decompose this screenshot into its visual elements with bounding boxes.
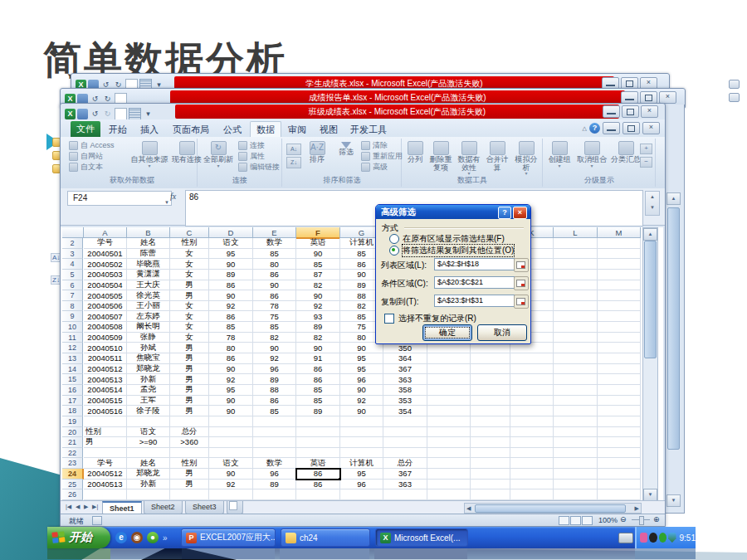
range-input[interactable]: $A$2:$H$18	[434, 258, 515, 270]
cell-B23[interactable]: 姓名	[127, 458, 169, 468]
ribbon-button-分类汇总[interactable]: 分类汇总	[610, 140, 642, 176]
cell-D11[interactable]: 78	[209, 333, 252, 343]
row-header-16[interactable]: 16	[62, 385, 83, 396]
cell-C4[interactable]: 女	[170, 259, 208, 269]
ribbon-tab-数据[interactable]: 数据	[250, 121, 281, 138]
col-header-F[interactable]: F	[296, 227, 340, 239]
taskbar-button-ch24[interactable]: ch24	[281, 528, 370, 547]
row-header-3[interactable]: 3	[62, 249, 83, 260]
radio-icon[interactable]	[389, 234, 399, 244]
cell-F13[interactable]: 91	[296, 353, 339, 363]
row-header-8[interactable]: 8	[62, 301, 83, 312]
cell-G13[interactable]: 95	[340, 353, 383, 363]
scroll-down-icon[interactable]: ▼	[643, 489, 657, 501]
cell-H12[interactable]: 350	[383, 343, 427, 353]
cell-A2[interactable]: 学号	[84, 238, 126, 248]
active-cell-border[interactable]	[295, 468, 341, 480]
cell-A11[interactable]: 20040509	[84, 333, 126, 343]
cell-C15[interactable]: 男	[170, 374, 208, 384]
close-button[interactable]: ×	[642, 122, 660, 134]
ribbon-button-取消组合[interactable]: 取消组合▾	[575, 140, 608, 176]
cell-A16[interactable]: 20040514	[84, 385, 126, 395]
cell-B7[interactable]: 徐光英	[127, 290, 169, 300]
last-sheet-icon[interactable]: ▶|	[92, 504, 98, 510]
cell-E24[interactable]: 96	[253, 469, 295, 479]
cell-C16[interactable]: 男	[170, 385, 208, 395]
sheet-tab-Sheet3[interactable]: Sheet3	[185, 501, 224, 514]
cell-B3[interactable]: 陈蕾	[127, 249, 169, 259]
quick-launch-overflow-icon[interactable]: »	[163, 533, 168, 543]
cell-B8[interactable]: 王小丽	[127, 301, 169, 311]
ribbon-button-编辑链接[interactable]: 编辑链接	[238, 162, 280, 172]
first-sheet-icon[interactable]: |◀	[66, 504, 71, 510]
cell-B14[interactable]: 郑晓龙	[127, 364, 169, 374]
cell-C24[interactable]: 男	[170, 469, 208, 479]
cell-F6[interactable]: 82	[296, 280, 339, 290]
ribbon-button-自其他来源[interactable]: 自其他来源▾	[130, 140, 168, 176]
scroll-left-icon[interactable]: ◀	[466, 505, 471, 512]
scroll-up-icon[interactable]: ▲	[666, 192, 681, 205]
ribbon-button-重新应用[interactable]: 重新应用	[361, 151, 403, 161]
name-box-dropdown-icon[interactable]: ▼	[164, 196, 169, 209]
cell-H18[interactable]: 354	[383, 406, 427, 416]
cell-H15[interactable]: 363	[383, 374, 427, 384]
cell-E5[interactable]: 86	[253, 270, 295, 280]
cell-D17[interactable]: 90	[209, 396, 252, 406]
cell-E9[interactable]: 75	[253, 311, 295, 321]
restore-button[interactable]	[622, 122, 640, 134]
cell-C14[interactable]: 男	[170, 364, 208, 374]
cell-D9[interactable]: 86	[209, 311, 252, 321]
cell-B13[interactable]: 焦晓宝	[127, 353, 169, 363]
cell-D25[interactable]: 92	[209, 480, 252, 489]
cell-E8[interactable]: 78	[253, 301, 295, 311]
cell-C2[interactable]: 性别	[170, 238, 208, 248]
minimize-button[interactable]	[603, 122, 620, 134]
col-header-M[interactable]: M	[598, 227, 641, 238]
cell-H25[interactable]: 363	[383, 480, 427, 489]
cell-A5[interactable]: 20040503	[84, 270, 126, 280]
cell-A3[interactable]: 20040501	[84, 249, 126, 259]
cell-B25[interactable]: 孙新	[127, 480, 169, 489]
page-break-view-icon[interactable]	[582, 516, 593, 525]
row-header-23[interactable]: 23	[62, 458, 83, 469]
row-header-22[interactable]: 22	[62, 448, 83, 459]
keyboard-tray-icon[interactable]	[618, 533, 633, 543]
cell-G15[interactable]: 96	[340, 374, 383, 384]
internet-explorer-icon[interactable]: e	[115, 532, 127, 543]
row-header-14[interactable]: 14	[62, 364, 83, 375]
ribbon-button-删除重复项[interactable]: 删除重复项	[427, 140, 454, 176]
dialog-close-icon[interactable]: ×	[513, 207, 527, 219]
cell-E18[interactable]: 85	[253, 406, 295, 416]
cell-D10[interactable]: 85	[209, 322, 252, 332]
cell-E23[interactable]: 数学	[253, 458, 295, 468]
scrollbar-thumb[interactable]	[667, 207, 680, 450]
ribbon-button-分列[interactable]: 分列	[404, 140, 426, 176]
name-box[interactable]: F24▼	[67, 191, 172, 206]
row-header-13[interactable]: 13	[62, 353, 83, 364]
cell-A9[interactable]: 20040507	[84, 311, 126, 321]
row-header-15[interactable]: 15	[62, 374, 83, 385]
ribbon-button-筛选[interactable]: 筛选	[333, 140, 359, 176]
cell-D14[interactable]: 90	[209, 364, 252, 374]
cell-D7[interactable]: 90	[209, 290, 252, 300]
cell-D8[interactable]: 92	[209, 301, 252, 311]
restore-button[interactable]	[640, 91, 657, 104]
scrollbar-thumb[interactable]	[475, 504, 626, 513]
cancel-button[interactable]: 取消	[477, 324, 527, 341]
cell-E15[interactable]: 89	[253, 374, 295, 384]
cell-D24[interactable]: 90	[209, 469, 252, 479]
cell-G14[interactable]: 95	[340, 364, 383, 374]
cell-F5[interactable]: 87	[296, 270, 339, 280]
cell-A24[interactable]: 20040512	[84, 469, 126, 479]
cell-H13[interactable]: 364	[383, 353, 427, 363]
zoom-out-icon[interactable]: ⊖	[620, 515, 627, 523]
cell-F7[interactable]: 90	[296, 290, 339, 300]
ribbon-button-模拟分析[interactable]: 模拟分析▾	[512, 140, 540, 176]
zoom-in-icon[interactable]: ⊕	[653, 515, 660, 523]
ribbon-button-高级[interactable]: 高级	[361, 162, 388, 172]
cell-G23[interactable]: 计算机	[340, 458, 383, 468]
cell-C23[interactable]: 性别	[170, 458, 208, 468]
row-header-7[interactable]: 7	[62, 290, 83, 301]
help-icon[interactable]: ?	[589, 123, 600, 134]
row-header-9[interactable]: 9	[62, 311, 83, 322]
